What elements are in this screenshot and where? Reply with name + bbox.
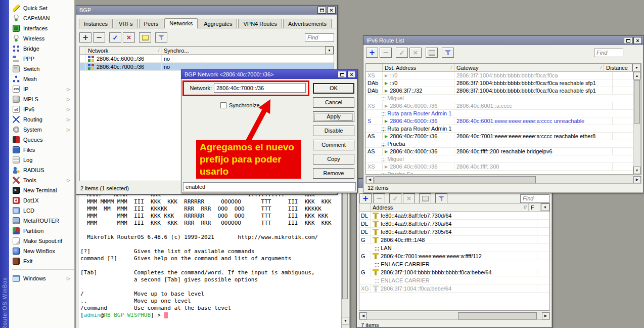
sidebar-item[interactable]: Files ▷ (9, 145, 74, 155)
disable-button[interactable]: × (123, 32, 135, 43)
sidebar-item[interactable]: PPP ▷ (9, 54, 74, 64)
address-row[interactable]: DL fe80::4aa9:8aff:feb7:7305/64 (359, 228, 549, 236)
route-row[interactable]: DAb ▶::/0 2806:3f7:1004:bbbb:bbbb:bbbb:f… (366, 79, 633, 87)
sidebar-item[interactable]: Make Supout.rif ▷ (9, 236, 74, 246)
scroll-right-button[interactable]: ▶ (542, 312, 549, 319)
sidebar-item[interactable]: Windows ▷ (9, 273, 74, 283)
route-row[interactable]: AS ▶2806:40c:4000::/36 2806:40c:ffff::20… (366, 148, 633, 155)
sidebar-item[interactable]: Dot1X ▷ (9, 195, 74, 206)
dialog-button[interactable]: Cancel (313, 97, 354, 108)
address-row[interactable]: DL fe80::4aa9:8aff:feb7:730a/64 (359, 220, 549, 228)
address-row[interactable]: DL fe80::4aa9:8aff:feb7:730d/64 (359, 212, 549, 220)
bgp-tab[interactable]: Peers (139, 19, 164, 28)
find-input[interactable] (305, 33, 334, 42)
route-row[interactable]: DAb ▶2806:3f7::/32 2806:3f7:1004:bbbb:bb… (366, 87, 633, 95)
close-button[interactable]: × (633, 37, 642, 44)
dialog-button[interactable]: Comment (313, 140, 354, 150)
bgp-tab[interactable]: Aggregates (199, 19, 237, 28)
address-row[interactable]: G 2806:40c:7001:eeee:eeee:eeee:a:ffff/11… (359, 252, 549, 260)
scroll-down-button[interactable]: ▼ (633, 167, 640, 174)
find-input[interactable] (594, 49, 623, 57)
scrollbar-thumb[interactable] (458, 312, 537, 319)
dialog-titlebar[interactable]: BGP Network <2806:40c:7000::/36> × (181, 70, 357, 79)
find-input[interactable] (520, 194, 549, 203)
remove-button[interactable]: − (373, 193, 385, 203)
sidebar-item[interactable]: Bridge ▷ (9, 44, 74, 54)
dialog-button[interactable]: OK (313, 83, 354, 94)
terminal-content[interactable]: MMM MMM KKK TTTTTTTTTTT KKK MMMM MMMM KK… (78, 182, 348, 328)
bgp-tab[interactable]: Advertisements (283, 19, 332, 28)
remove-button[interactable]: − (380, 48, 392, 58)
sidebar-item[interactable]: Partition ▷ (9, 226, 74, 236)
maximize-button[interactable] (317, 7, 326, 14)
address-row[interactable]: G 2806:3f7:1004:bbbb:bbbb:bbbb:f0ca:bebe… (359, 268, 549, 276)
enable-button[interactable]: ✓ (109, 32, 121, 43)
enable-button[interactable]: ✓ (396, 48, 408, 58)
maximize-button[interactable] (624, 37, 632, 44)
scroll-up-button[interactable]: ▲ (633, 72, 640, 79)
filter-button[interactable] (442, 48, 454, 58)
address-comment-row[interactable]: ;;; LAN (359, 244, 549, 252)
sidebar-item[interactable]: IP ▷ (9, 84, 74, 94)
sidebar-item[interactable]: Log ▷ (9, 155, 74, 165)
sidebar-item[interactable]: Interfaces ▷ (9, 23, 74, 33)
scroll-left-button[interactable]: ◀ (366, 176, 374, 183)
sidebar-item[interactable]: LCD ▷ (9, 206, 74, 216)
scrollbar-thumb[interactable] (375, 176, 536, 183)
filter-button[interactable] (155, 32, 167, 43)
address-comment-row[interactable]: ;;; ENLACE CARRIER (359, 276, 549, 284)
scroll-left-button[interactable]: ◀ (359, 312, 367, 319)
gutter-column-header[interactable] (80, 47, 86, 54)
address-row[interactable]: G 2806:40c:ffff::1/48 (359, 236, 549, 244)
scrollbar-thumb[interactable] (634, 80, 640, 124)
route-row[interactable]: XS ▶2806:40c:6000::/36 2806:40c:6001::a:… (366, 102, 633, 110)
add-button[interactable]: + (366, 48, 378, 58)
sidebar-item[interactable]: CAPsMAN ▷ (9, 13, 74, 23)
sidebar-item[interactable]: New Terminal ▷ (9, 185, 74, 195)
enable-button[interactable]: ✓ (389, 193, 401, 203)
sidebar-item[interactable]: RADIUS ▷ (9, 165, 74, 175)
scroll-down-button[interactable]: ▼ (342, 317, 349, 324)
route-horizontal-scrollbar[interactable]: ◀ ▶ (365, 176, 641, 184)
route-list-titlebar[interactable]: IPv6 Route List × (363, 36, 643, 45)
dst-address-column-header[interactable]: Dst. Address/ (383, 64, 454, 71)
route-row[interactable]: XS ▶2806:40c:6000::/36 2806:40c:ffff::30… (366, 163, 633, 171)
sidebar-item[interactable]: Quick Set ▷ (9, 3, 74, 13)
maximize-button[interactable] (338, 71, 346, 78)
column-select-dropdown[interactable]: ▼ (325, 47, 334, 54)
close-button[interactable]: × (327, 7, 336, 14)
dialog-button[interactable]: Apply (313, 111, 354, 122)
add-button[interactable]: + (359, 193, 372, 203)
filter-button[interactable] (435, 193, 447, 203)
sidebar-item[interactable]: Routing ▷ (9, 114, 74, 125)
route-comment-row[interactable]: ;;; Prueba Fa (366, 171, 633, 175)
comment-button[interactable] (419, 193, 431, 203)
sidebar-item[interactable]: New WinBox ▷ (9, 246, 74, 256)
flags-column-header[interactable] (359, 203, 371, 211)
route-row[interactable]: XS ▶::/0 2806:3f7:1004:bbbb:bbbb:bbbb:f0… (366, 72, 633, 79)
sidebar-item[interactable]: MetaROUTER ▷ (9, 216, 74, 226)
bgp-tab[interactable]: VRFs (114, 19, 138, 28)
dialog-button[interactable]: Copy (313, 154, 354, 165)
extra-column-header[interactable]: F (529, 203, 541, 211)
add-button[interactable]: + (79, 32, 91, 43)
bgp-titlebar[interactable]: BGP × (76, 6, 337, 15)
route-comment-row[interactable]: ;;; Miguel (366, 155, 633, 163)
sidebar-item[interactable]: System ▷ (9, 125, 74, 135)
synchronize-column-header[interactable]: Synchro... (162, 47, 202, 54)
route-comment-row[interactable]: ;;; Miguel (366, 95, 633, 102)
sidebar-item[interactable]: Wireless ▷ (9, 33, 74, 44)
scroll-right-button[interactable]: ▶ (633, 176, 641, 183)
dialog-button[interactable]: Disable (313, 126, 354, 136)
gateway-column-header[interactable]: Gateway/ (454, 64, 604, 71)
address-row[interactable]: XG 2806:3f7:1004::f0ca:bebe/64 (359, 284, 549, 293)
address-horizontal-scrollbar[interactable]: ◀ ▶ (359, 312, 550, 320)
column-select-dropdown[interactable]: ▼ (541, 203, 549, 211)
comment-button[interactable] (426, 48, 438, 58)
address-comment-row[interactable]: ;;; ENLACE CARRIER (359, 260, 549, 268)
bgp-tab[interactable]: VPN4 Routes (238, 19, 282, 28)
address-column-header[interactable]: Address∇ (371, 203, 529, 211)
route-row[interactable]: AS ▶2806:40c:7000::/36 2806:40c:7001:eee… (366, 133, 633, 140)
route-comment-row[interactable]: ;;; Ruta para Router Admin 1 (366, 110, 633, 117)
disable-button[interactable]: × (409, 48, 422, 58)
